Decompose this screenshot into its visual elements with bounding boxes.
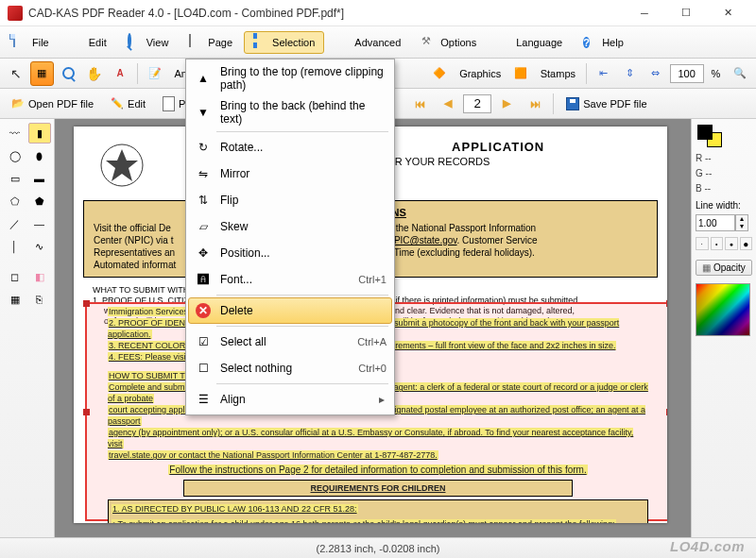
tool-hand[interactable]: ✋ bbox=[82, 61, 107, 86]
tool-zoom[interactable] bbox=[56, 61, 80, 86]
draw-hline[interactable]: — bbox=[28, 213, 51, 234]
menu-mirror[interactable]: ⇋Mirror bbox=[188, 161, 392, 187]
menu-selection[interactable]: Selection bbox=[244, 31, 324, 54]
draw-eraser[interactable]: ◧ bbox=[28, 266, 51, 287]
zoom-input[interactable] bbox=[670, 64, 704, 83]
linewidth-input[interactable] bbox=[696, 214, 735, 231]
ybox-l2d: . Customer Service bbox=[457, 235, 538, 245]
menu-delete[interactable]: ✕Delete bbox=[188, 297, 392, 324]
window-title: CAD-KAS PDF Reader 4.0 - [LO4D.com - Com… bbox=[28, 7, 624, 20]
menu-select-nothing[interactable]: ☐Select nothingCtrl+0 bbox=[188, 355, 392, 381]
draw-poly-fill[interactable]: ⬟ bbox=[28, 191, 51, 211]
graphics-label[interactable]: Graphics bbox=[454, 68, 507, 79]
menu-page[interactable]: Page bbox=[180, 31, 242, 54]
selection-handle[interactable] bbox=[666, 409, 667, 415]
open-pdf-button[interactable]: 📂Open PDF file bbox=[4, 94, 101, 112]
fit-2[interactable]: ⇕ bbox=[617, 61, 642, 86]
menu-edit[interactable]: Edit bbox=[60, 31, 116, 54]
mirror-label: Mirror bbox=[220, 167, 387, 180]
nav-first[interactable]: ⏮ bbox=[406, 92, 433, 116]
status-bar: (2.2813 inch, -0.0208 inch) bbox=[0, 537, 756, 558]
draw-poly[interactable]: ⬠ bbox=[4, 191, 26, 211]
minimize-button[interactable]: ─ bbox=[624, 0, 665, 26]
menu-separator bbox=[216, 131, 388, 132]
lw-preset-4[interactable]: ● bbox=[740, 237, 753, 250]
menu-flip[interactable]: ⇅Flip bbox=[188, 187, 392, 213]
lw-preset-1[interactable]: · bbox=[696, 237, 709, 250]
edit-button[interactable]: ✏️Edit bbox=[103, 94, 153, 112]
color-swatches[interactable] bbox=[696, 125, 752, 149]
menu-options[interactable]: ⚒Options bbox=[412, 31, 486, 54]
draw-ellipse[interactable]: ◯ bbox=[4, 145, 26, 166]
draw-stamp[interactable]: ▦ bbox=[4, 289, 26, 310]
annotations-icon[interactable]: 📝 bbox=[143, 61, 167, 86]
hl-7: Follow the instructions on Page 2 for de… bbox=[168, 465, 587, 475]
lw-preset-3[interactable]: ● bbox=[725, 237, 738, 250]
menu-page-label: Page bbox=[208, 37, 232, 48]
ybox-l1a: Visit the official De bbox=[94, 223, 171, 233]
separator bbox=[137, 63, 138, 84]
draw-rect-fill[interactable]: ▬ bbox=[28, 168, 51, 189]
select-nothing-icon: ☐ bbox=[194, 359, 213, 378]
tool-pointer[interactable]: ↖ bbox=[4, 61, 28, 86]
color-g: G -- bbox=[696, 168, 752, 179]
ybox-l2c: NPIC@state.gov bbox=[387, 235, 457, 245]
draw-curve[interactable]: ∿ bbox=[28, 236, 51, 257]
nav-last[interactable]: ⏭ bbox=[522, 92, 548, 116]
font-icon: 🅰 bbox=[194, 270, 213, 289]
ybox-l2a: Center (NPIC) via t bbox=[94, 235, 173, 245]
menu-file[interactable]: File bbox=[4, 31, 59, 54]
menu-skew[interactable]: ▱Skew bbox=[188, 213, 392, 240]
mirror-icon: ⇋ bbox=[194, 164, 213, 183]
draw-line[interactable]: ／ bbox=[4, 213, 26, 234]
menu-font[interactable]: 🅰Font...Ctrl+1 bbox=[188, 266, 392, 293]
graphics-icon[interactable]: 🔶 bbox=[428, 61, 453, 86]
stamps-icon[interactable]: 🟧 bbox=[508, 61, 533, 86]
draw-highlight[interactable]: ▮ bbox=[28, 123, 51, 144]
flip-icon: ⇅ bbox=[194, 191, 213, 210]
draw-clone[interactable]: ⎘ bbox=[28, 289, 51, 310]
menu-options-label: Options bbox=[440, 37, 476, 48]
submenu-arrow-icon: ▸ bbox=[377, 393, 387, 406]
menu-language[interactable]: Language bbox=[488, 31, 572, 54]
save-pdf-button[interactable]: Save PDF file bbox=[558, 94, 654, 113]
menu-view[interactable]: View bbox=[118, 31, 179, 54]
selection-handle[interactable] bbox=[666, 300, 667, 307]
menu-bring-to-top[interactable]: ▲Bring to the top (remove clipping path) bbox=[188, 61, 392, 95]
close-button[interactable]: ✕ bbox=[707, 0, 748, 26]
opacity-button[interactable]: ▦ Opacity bbox=[696, 260, 752, 276]
draw-ellipse-fill[interactable]: ⬮ bbox=[28, 145, 51, 166]
hl-6d: travel.state.gov or contact the National… bbox=[108, 450, 438, 460]
color-picker[interactable] bbox=[696, 283, 750, 336]
fit-1[interactable]: ⇤ bbox=[592, 61, 616, 86]
tool-text[interactable]: A bbox=[108, 61, 132, 86]
linewidth-spinner[interactable]: ▴▾ bbox=[735, 214, 748, 231]
maximize-button[interactable]: ☐ bbox=[665, 0, 707, 26]
draw-rect[interactable]: ▭ bbox=[4, 168, 26, 189]
menu-advanced[interactable]: Advanced bbox=[326, 31, 410, 54]
nav-next[interactable]: ▶ bbox=[493, 92, 520, 116]
draw-vline[interactable]: │ bbox=[4, 236, 26, 257]
draw-marquee[interactable]: ◻ bbox=[4, 266, 26, 287]
zoom-refresh[interactable]: 🔍 bbox=[728, 61, 752, 86]
lw-preset-2[interactable]: • bbox=[711, 237, 724, 250]
menu-rotate[interactable]: ↻Rotate... bbox=[188, 134, 392, 161]
page-number-input[interactable] bbox=[463, 94, 491, 113]
menu-select-all[interactable]: ☑Select allCtrl+A bbox=[188, 329, 392, 355]
delete-label: Delete bbox=[220, 304, 387, 317]
align-label: Align bbox=[220, 393, 369, 406]
nav-prev[interactable]: ◀ bbox=[435, 92, 461, 116]
fit-3[interactable]: ⇔ bbox=[644, 61, 668, 86]
menu-help-label: Help bbox=[602, 37, 624, 48]
selection-handle[interactable] bbox=[83, 409, 90, 415]
menu-position[interactable]: ✥Position... bbox=[188, 240, 392, 266]
draw-freehand[interactable]: 〰 bbox=[4, 123, 26, 144]
tool-select[interactable]: ▦ bbox=[30, 61, 55, 86]
menu-align[interactable]: ☰Align▸ bbox=[188, 386, 392, 413]
foreground-color-swatch[interactable] bbox=[697, 125, 713, 140]
selection-handle[interactable] bbox=[83, 300, 90, 307]
menu-bring-to-back[interactable]: ▼Bring to the back (behind the text) bbox=[188, 95, 392, 129]
stamps-label[interactable]: Stamps bbox=[535, 68, 581, 79]
watermark: LO4D.com bbox=[670, 538, 745, 554]
menu-help[interactable]: ?Help bbox=[574, 31, 633, 54]
